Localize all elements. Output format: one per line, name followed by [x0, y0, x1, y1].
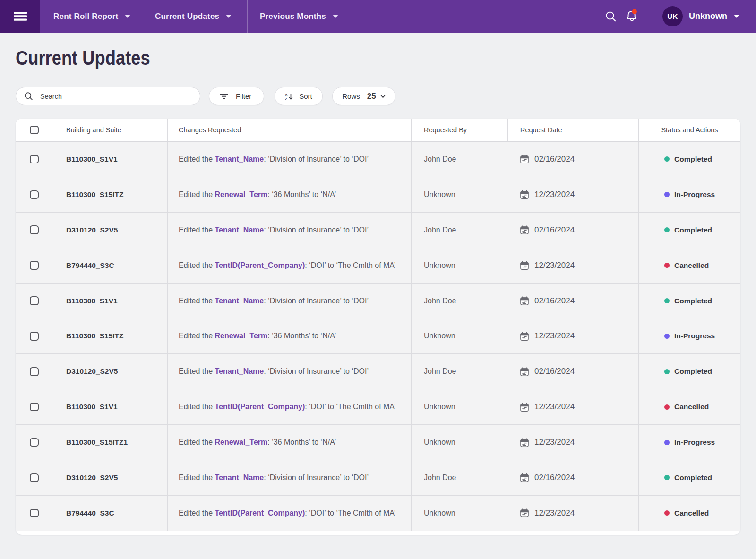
svg-text:Z: Z: [285, 97, 287, 101]
svg-text:A: A: [285, 93, 288, 97]
